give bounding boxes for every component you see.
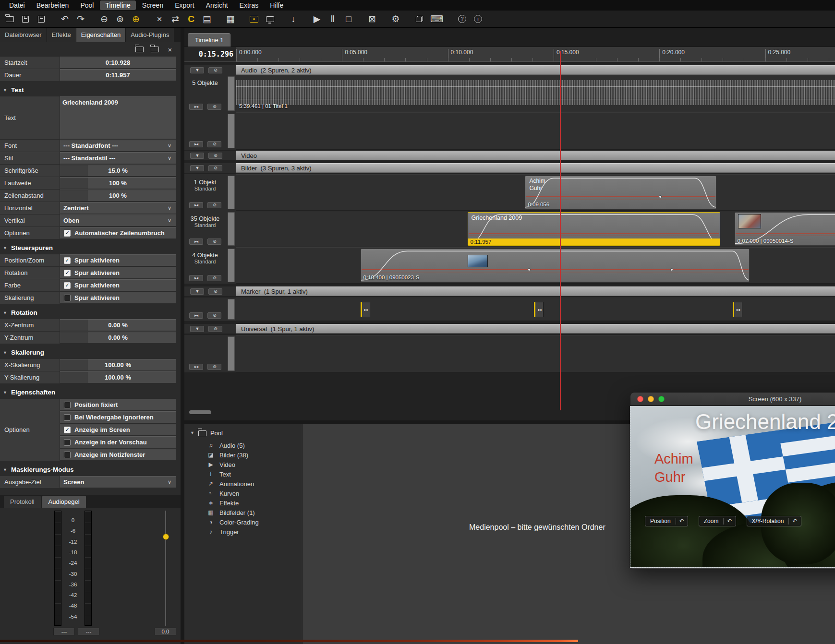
track-disable-button[interactable]: ⊘ bbox=[207, 275, 221, 281]
keyframe-dot[interactable] bbox=[528, 268, 531, 271]
playhead[interactable] bbox=[560, 51, 561, 410]
option-bei-wiedergabe-ignorieren[interactable]: Bei Wiedergabe ignorieren bbox=[60, 411, 176, 423]
collapse-group-button[interactable]: ▼ bbox=[190, 153, 204, 159]
pool-item-audio-5[interactable]: ♫Audio (5) bbox=[184, 441, 302, 450]
pool-item-effekte[interactable]: ∗Effekte bbox=[184, 498, 302, 508]
window-titlebar[interactable]: Screen (600 x 337) bbox=[630, 392, 835, 406]
import-icon[interactable]: ↓ bbox=[289, 13, 298, 25]
tab-dateibrowser[interactable]: Dateibrowser bbox=[0, 28, 47, 42]
keypad-icon[interactable]: ▤ bbox=[202, 13, 212, 25]
new-folder-icon[interactable] bbox=[134, 44, 144, 55]
tab-audiopegel[interactable]: Audiopegel bbox=[42, 496, 86, 508]
track-lane-audio2[interactable] bbox=[236, 112, 835, 150]
checkbox[interactable] bbox=[64, 295, 71, 301]
option-anzeige-im-notizfenster[interactable]: Anzeige im Notizfenster bbox=[60, 449, 176, 461]
close-box-icon[interactable]: ⊠ bbox=[367, 13, 377, 25]
track-height-handle[interactable] bbox=[228, 249, 235, 282]
menu-item-bearbeiten[interactable]: Bearbeiten bbox=[31, 0, 74, 10]
timeline-clip-griechenland-2009[interactable]: Griechenland 20090:11.957 bbox=[468, 212, 721, 246]
help-icon[interactable]: ? bbox=[457, 13, 467, 25]
track-height-handle[interactable] bbox=[228, 212, 235, 246]
pool-item-trigger[interactable]: ♪Trigger bbox=[184, 527, 302, 537]
snap-icon[interactable]: C bbox=[186, 13, 196, 25]
prop-field-startzeit[interactable]: 0:10.928 bbox=[60, 57, 176, 69]
stop-icon[interactable]: □ bbox=[344, 13, 353, 25]
zoom-out-icon[interactable]: ⊖ bbox=[99, 13, 109, 25]
checkbox[interactable] bbox=[64, 414, 71, 421]
collapse-group-button[interactable]: ▼ bbox=[190, 288, 204, 295]
gain-slider-knob[interactable] bbox=[163, 534, 169, 540]
track-group-header[interactable]: Audio (2 Spuren, 2 aktiv) bbox=[236, 65, 835, 75]
timeline-clip[interactable]: 0:18.400 | 09050023-S bbox=[361, 249, 750, 282]
track-lane-marker[interactable]: ▸◂▸◂▸◂ bbox=[236, 298, 835, 321]
window-minimize-button[interactable] bbox=[648, 396, 654, 402]
text-content-field[interactable]: Griechenland 2009 bbox=[60, 96, 176, 139]
prop-field-x-skalierung[interactable]: 100.00 % bbox=[60, 359, 176, 371]
track-disable-button[interactable]: ⊘ bbox=[207, 364, 221, 370]
section-header-eigenschaften[interactable]: ▼Eigenschaften bbox=[0, 384, 176, 399]
timeline-marker[interactable]: ▸◂ bbox=[534, 302, 544, 317]
timeline-marker[interactable]: ▸◂ bbox=[733, 302, 742, 317]
pool-item-kurven[interactable]: ≈Kurven bbox=[184, 489, 302, 498]
track-height-handle[interactable] bbox=[228, 114, 235, 148]
menu-item-ansicht[interactable]: Ansicht bbox=[201, 0, 233, 10]
option-anzeige-in-der-vorschau[interactable]: Anzeige in der Vorschau bbox=[60, 436, 176, 448]
prop-field-skalierung[interactable]: Spur aktivieren bbox=[60, 292, 176, 304]
track-height-handle[interactable] bbox=[228, 336, 235, 371]
section-header-maskierungs-modus[interactable]: ▼Maskierungs-Modus bbox=[0, 461, 176, 476]
prop-field-position-zoom[interactable]: ✓Spur aktivieren bbox=[60, 254, 176, 266]
keyboard-icon[interactable]: ⌨ bbox=[430, 13, 443, 25]
track-lane-audio1[interactable]: 5:39.461 | 01 Titel 1 bbox=[236, 75, 835, 112]
close-panel-icon[interactable]: × bbox=[165, 44, 175, 55]
checkbox[interactable]: ✓ bbox=[64, 270, 71, 276]
menu-item-pool[interactable]: Pool bbox=[75, 0, 99, 10]
track-lane-universal[interactable] bbox=[236, 335, 835, 372]
track-mute-button[interactable]: ▸◂ bbox=[189, 275, 203, 281]
grid-icon[interactable]: ▦ bbox=[226, 13, 235, 25]
menu-item-hilfe[interactable]: Hilfe bbox=[265, 0, 289, 10]
timeline-marker[interactable]: ▸◂ bbox=[361, 302, 370, 317]
disable-group-button[interactable]: ⊘ bbox=[208, 153, 222, 159]
prop-field-rotation[interactable]: ✓Spur aktivieren bbox=[60, 267, 176, 279]
timeline-ruler[interactable]: 0:00.0000:05.0000:10.0000:15.0000:20.000… bbox=[236, 47, 835, 62]
track-disable-button[interactable]: ⊘ bbox=[207, 202, 221, 208]
menu-item-export[interactable]: Export bbox=[169, 0, 199, 10]
open-folder-icon[interactable] bbox=[150, 44, 159, 55]
pool-item-video[interactable]: ▶Video bbox=[184, 460, 302, 469]
screen-preview-window[interactable]: Screen (600 x 337) Griechen bbox=[630, 392, 835, 569]
horizontal-scrollbar-thumb[interactable] bbox=[189, 410, 211, 414]
copy-icon[interactable] bbox=[414, 13, 424, 25]
timeline-clip[interactable]: 0:07.000 | 09050014-S bbox=[735, 212, 835, 246]
play-icon[interactable]: ▶ bbox=[312, 13, 322, 25]
prop-field-schriftgröße[interactable]: 15.0 % bbox=[60, 165, 176, 177]
prop-field-optionen[interactable]: ✓Automatischer Zeilenumbruch bbox=[60, 227, 176, 239]
prop-field-zeilenabstand[interactable]: 100 % bbox=[60, 190, 176, 202]
track-group-header[interactable]: Marker (1 Spur, 1 aktiv) bbox=[236, 286, 835, 296]
undo-icon[interactable]: ↶ bbox=[60, 13, 70, 25]
track-lane-bilder3[interactable]: 0:18.400 | 09050023-S bbox=[236, 247, 835, 284]
disable-group-button[interactable]: ⊘ bbox=[208, 326, 222, 332]
info-icon[interactable]: i bbox=[473, 13, 483, 25]
section-header-skalierung[interactable]: ▼Skalierung bbox=[0, 344, 176, 359]
disable-group-button[interactable]: ⊘ bbox=[208, 165, 222, 171]
pool-item-bilder-38[interactable]: ◪Bilder (38) bbox=[184, 450, 302, 460]
section-header-steuerspuren[interactable]: ▼Steuerspuren bbox=[0, 239, 176, 254]
collapse-group-button[interactable]: ▼ bbox=[190, 67, 204, 73]
prop-field-x-zentrum[interactable]: 0.00 % bbox=[60, 319, 176, 331]
checkbox[interactable] bbox=[64, 452, 71, 458]
prop-field-dauer[interactable]: 0:11.957 bbox=[60, 69, 176, 81]
track-mute-button[interactable]: ▸◂ bbox=[189, 312, 203, 319]
menu-item-screen[interactable]: Screen bbox=[137, 0, 169, 10]
pool-item-color-grading[interactable]: ◑Color-Grading bbox=[184, 517, 302, 527]
track-disable-button[interactable]: ⊘ bbox=[207, 239, 221, 245]
menu-item-timeline[interactable]: Timeline bbox=[100, 0, 135, 10]
track-group-header[interactable]: Video bbox=[236, 151, 835, 160]
track-disable-button[interactable]: ⊘ bbox=[207, 141, 221, 147]
save-as-icon[interactable] bbox=[36, 13, 46, 25]
prop-field-font[interactable]: --- Standardfont ---∨ bbox=[60, 140, 176, 152]
prop-field-vertikal[interactable]: Oben∨ bbox=[60, 215, 176, 227]
disable-group-button[interactable]: ⊘ bbox=[208, 67, 222, 73]
track-mute-button[interactable]: ▸◂ bbox=[189, 202, 203, 208]
tab-eigenschaften[interactable]: Eigenschaften bbox=[76, 28, 126, 42]
prop-field-horizontal[interactable]: Zentriert∨ bbox=[60, 202, 176, 214]
